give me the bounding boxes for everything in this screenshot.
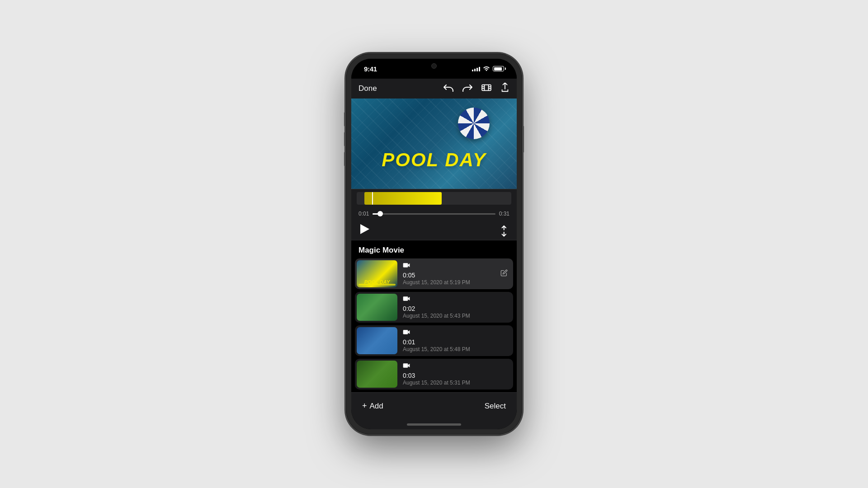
media-thumbnail — [357, 327, 397, 354]
video-camera-icon — [403, 263, 410, 269]
home-bar — [407, 423, 461, 426]
float-toy — [458, 108, 490, 139]
svg-rect-10 — [403, 330, 408, 334]
media-thumbnail — [357, 294, 397, 321]
media-list[interactable]: POOL DAY0:05August 15, 2020 at 5:19 PM0:… — [351, 258, 517, 392]
done-button[interactable]: Done — [359, 84, 377, 93]
select-button[interactable]: Select — [485, 402, 506, 411]
notch — [406, 59, 462, 74]
video-camera-icon — [403, 296, 410, 303]
expand-button[interactable] — [496, 223, 510, 238]
share-button[interactable] — [500, 83, 509, 95]
media-duration: 0:02 — [403, 305, 415, 312]
home-indicator — [351, 419, 517, 429]
video-camera-icon — [403, 329, 410, 336]
video-preview: POOL DAY — [351, 99, 517, 189]
media-thumbnail — [357, 361, 397, 388]
add-plus-icon: + — [362, 401, 367, 411]
section-header: Magic Movie — [351, 240, 517, 258]
add-button[interactable]: + Add — [362, 401, 383, 411]
media-thumbnail: POOL DAY — [357, 260, 397, 287]
undo-button[interactable] — [443, 84, 453, 94]
media-item[interactable]: 0:03August 15, 2020 at 5:31 PM — [355, 359, 513, 389]
front-camera — [431, 63, 437, 69]
bottom-toolbar: + Add Select — [351, 392, 517, 419]
media-date: August 15, 2020 at 5:31 PM — [403, 380, 511, 386]
status-icons — [472, 66, 504, 72]
nav-actions — [443, 83, 509, 95]
phone-screen: 9:41 Done — [351, 59, 517, 429]
navigation-bar: Done — [351, 79, 517, 99]
play-button[interactable] — [360, 224, 369, 236]
playhead — [372, 192, 373, 205]
progress-track[interactable] — [373, 213, 495, 215]
svg-rect-0 — [482, 84, 491, 90]
media-date: August 15, 2020 at 5:43 PM — [403, 313, 511, 319]
progress-start-time: 0:01 — [359, 211, 369, 217]
timeline-clip — [364, 192, 442, 205]
phone-device: 9:41 Done — [346, 53, 522, 435]
media-info: 0:05August 15, 2020 at 5:19 PM — [403, 263, 491, 286]
playback-controls — [351, 221, 517, 240]
section-title: Magic Movie — [359, 246, 404, 254]
media-item[interactable]: 0:01August 15, 2020 at 5:48 PM — [355, 325, 513, 356]
video-camera-icon — [403, 363, 410, 370]
media-duration: 0:01 — [403, 338, 415, 346]
media-info: 0:02August 15, 2020 at 5:43 PM — [403, 296, 511, 319]
media-duration: 0:03 — [403, 372, 415, 379]
signal-icon — [472, 66, 480, 71]
progress-end-time: 0:31 — [499, 211, 509, 217]
media-duration: 0:05 — [403, 272, 415, 279]
timeline-strip[interactable] — [351, 189, 517, 207]
svg-rect-8 — [403, 263, 408, 267]
svg-rect-11 — [403, 363, 408, 367]
status-time: 9:41 — [364, 65, 377, 73]
media-item[interactable]: POOL DAY0:05August 15, 2020 at 5:19 PM — [355, 258, 513, 289]
movie-button[interactable] — [481, 84, 491, 94]
wifi-icon — [483, 66, 490, 72]
svg-marker-7 — [360, 224, 369, 234]
media-item[interactable]: 0:02August 15, 2020 at 5:43 PM — [355, 292, 513, 323]
media-info: 0:01August 15, 2020 at 5:48 PM — [403, 329, 511, 352]
timeline-track — [357, 192, 511, 205]
media-info: 0:03August 15, 2020 at 5:31 PM — [403, 363, 511, 386]
progress-dot — [377, 211, 383, 216]
svg-rect-9 — [403, 296, 408, 300]
progress-bar[interactable]: 0:01 0:31 — [351, 207, 517, 221]
media-date: August 15, 2020 at 5:48 PM — [403, 346, 511, 352]
edit-icon[interactable] — [497, 266, 511, 282]
media-date: August 15, 2020 at 5:19 PM — [403, 279, 491, 286]
add-label: Add — [370, 402, 383, 411]
battery-icon — [493, 66, 504, 71]
video-title: POOL DAY — [382, 149, 486, 171]
redo-button[interactable] — [462, 84, 472, 94]
